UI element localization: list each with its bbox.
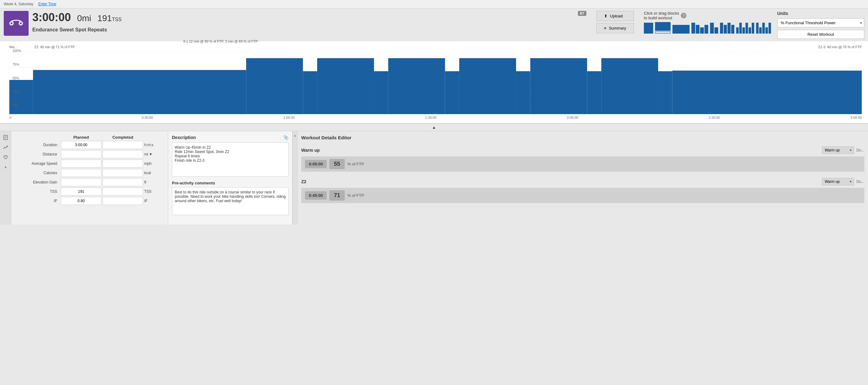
tss-row: TSS TSS — [16, 187, 163, 196]
upload-button[interactable]: ⬆ Upload — [596, 11, 634, 21]
duration-unit: h:m:s — [144, 143, 163, 147]
z2-type-wrapper[interactable]: Warm up Steady State Cool Down — [822, 178, 854, 185]
enter-time-link[interactable]: Enter Time — [38, 2, 56, 6]
description-title-row: Description 📎 — [172, 135, 288, 140]
calories-unit: kcal — [144, 171, 163, 175]
svg-rect-17 — [459, 58, 516, 114]
reset-workout-button[interactable]: Reset Workout — [777, 30, 864, 39]
z2-time: 0:45:00 — [305, 191, 327, 200]
sidebar-icon-4[interactable] — [2, 164, 9, 171]
avg-speed-planned-input[interactable] — [61, 159, 101, 168]
warm-up-type-select[interactable]: Warm up Steady State Cool Down — [822, 146, 854, 154]
collapse-button[interactable]: ▲ — [0, 124, 868, 131]
block-thumb-4[interactable] — [691, 23, 708, 34]
description-title-text: Description — [172, 135, 196, 140]
if-label: IF — [16, 199, 60, 203]
duration-row: Duration h:m:s — [16, 141, 163, 149]
header-section: 3:00:00 0mi 191TSS Endurance Sweet Spot … — [0, 8, 868, 41]
if-planned-input[interactable] — [61, 197, 101, 205]
header-badge: BT — [578, 11, 586, 39]
x-axis-labels: 0 0:30:00 1:00:00 1:30:00 2:00:00 2:30:0… — [9, 116, 862, 119]
elevation-unit: ft — [144, 180, 163, 184]
duration-completed-input[interactable] — [102, 141, 143, 149]
tss-unit: TSS — [144, 189, 163, 194]
warm-up-ftp-label: % of FTP — [347, 162, 364, 167]
block-thumb-6[interactable] — [720, 23, 734, 34]
distance-planned-input[interactable] — [61, 150, 101, 158]
elevation-planned-input[interactable] — [61, 178, 101, 186]
svg-rect-19 — [530, 58, 587, 114]
avg-speed-unit: mph — [144, 161, 163, 166]
panel-divider[interactable]: ▲ — [292, 131, 298, 225]
distance-unit-chevron[interactable]: ▼ — [149, 152, 153, 156]
block-thumb-7[interactable] — [736, 23, 754, 34]
if-completed-input[interactable] — [102, 197, 143, 205]
chart-icon — [3, 145, 8, 150]
warm-up-power: 55 — [329, 159, 345, 169]
annotation-warm-up: Wa... — [9, 45, 17, 49]
x-label-120: 2:00:00 — [567, 116, 578, 119]
y-label-25: 25% — [12, 90, 21, 93]
warm-up-block: Warm up Warm up Steady State Cool Down D… — [301, 144, 864, 172]
x-label-180: 3:00:00 — [850, 116, 862, 119]
distance-completed-input[interactable] — [102, 150, 143, 158]
distance-row: Distance mi ▼ — [16, 150, 163, 158]
tss-completed-input[interactable] — [102, 187, 143, 196]
x-label-30: 0:30:00 — [142, 116, 153, 119]
if-unit: IF — [144, 199, 163, 203]
workout-icon — [4, 11, 29, 36]
z2-name: Z2 — [301, 179, 306, 184]
warm-up-time: 0:05:00 — [305, 160, 327, 168]
chart-section: 100% 75% 50% 25% 0% Wa... Z2: 45 min @ 7… — [0, 41, 868, 124]
sidebar-icon-2[interactable] — [2, 144, 9, 151]
block-thumb-5[interactable] — [710, 23, 718, 34]
block-thumb-1[interactable] — [644, 23, 653, 34]
page-icon — [3, 135, 8, 140]
units-select-wrapper[interactable]: % Functional Threshold Power Watts Heart… — [777, 18, 864, 27]
header-info: 3:00:00 0mi 191TSS Endurance Sweet Spot … — [32, 11, 574, 39]
summary-button[interactable]: ≡ Summary — [596, 23, 634, 33]
avg-speed-label: Average Speed — [16, 161, 60, 166]
svg-rect-15 — [388, 58, 445, 114]
editor-title: Workout Details Editor — [301, 135, 864, 140]
svg-rect-13 — [317, 58, 374, 114]
svg-rect-20 — [587, 71, 601, 114]
calories-completed-input[interactable] — [102, 169, 143, 177]
z2-header: Z2 Warm up Steady State Cool Down Du... — [301, 175, 864, 188]
warm-up-type-wrapper[interactable]: Warm up Steady State Cool Down — [822, 146, 854, 154]
units-label: Units — [777, 11, 864, 16]
tss-label: TSS — [16, 189, 60, 194]
annotation-z23: Z2-3: 40 min @ 70 % of FTP — [818, 45, 862, 49]
duration-planned-input[interactable] — [61, 141, 101, 149]
summary-icon: ≡ — [604, 26, 607, 30]
y-label-75: 75% — [12, 62, 21, 66]
help-button[interactable]: ? — [681, 13, 686, 18]
calories-planned-input[interactable] — [61, 169, 101, 177]
y-axis: 100% 75% 50% 25% 0% — [12, 49, 21, 107]
paperclip-icon[interactable]: 📎 — [283, 135, 288, 140]
elevation-completed-input[interactable] — [102, 178, 143, 186]
workout-tss: 191TSS — [97, 13, 122, 23]
svg-rect-22 — [658, 71, 673, 114]
units-select[interactable]: % Functional Threshold Power Watts Heart… — [777, 18, 864, 27]
z2-type-select[interactable]: Warm up Steady State Cool Down — [822, 178, 854, 185]
svg-rect-21 — [601, 58, 658, 114]
block-thumb-2[interactable] — [655, 22, 671, 34]
z2-block: Z2 Warm up Steady State Cool Down Du... … — [301, 175, 864, 203]
avg-speed-completed-input[interactable] — [102, 159, 143, 168]
headphone-icon — [8, 19, 24, 28]
sidebar-icon-3[interactable] — [2, 154, 9, 161]
svg-rect-18 — [516, 71, 530, 114]
x-label-90: 1:30:00 — [425, 116, 436, 119]
annotation-intervals: 6 x 12 min @ 90 % of FTP, 3 min @ 69 % o… — [183, 39, 258, 43]
elevation-row: Elevation Gain ft — [16, 178, 163, 186]
block-thumb-3[interactable] — [673, 25, 689, 34]
svg-point-28 — [6, 146, 8, 147]
pre-activity-textarea[interactable]: Best to do this ride outside on a course… — [172, 187, 288, 215]
description-textarea[interactable]: Warm Up 45min in Z2 Ride 12min Sweet Spo… — [172, 142, 288, 177]
svg-rect-12 — [303, 71, 317, 114]
sidebar-icon-1[interactable] — [2, 134, 9, 141]
tss-planned-input[interactable] — [61, 187, 101, 196]
warm-up-controls: Warm up Steady State Cool Down Du... — [822, 146, 864, 154]
block-thumb-8[interactable] — [756, 23, 771, 34]
